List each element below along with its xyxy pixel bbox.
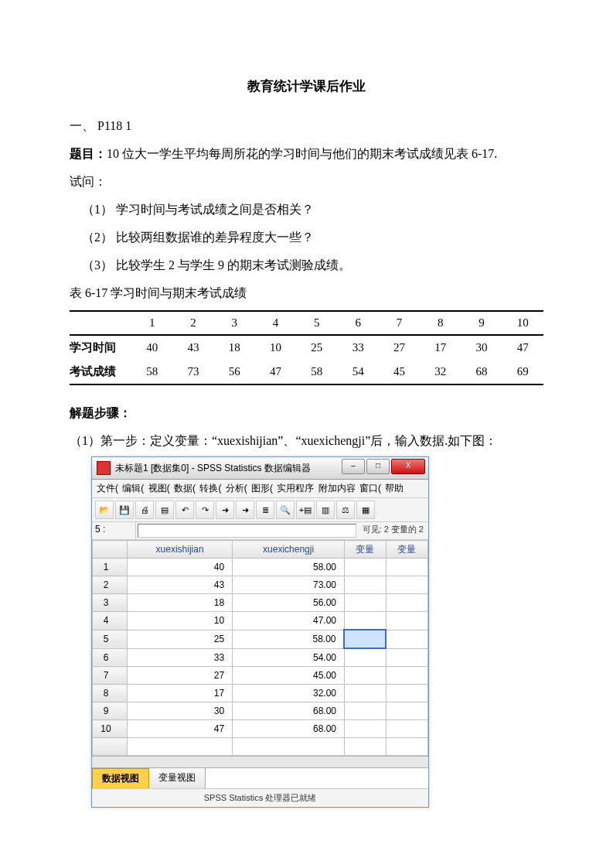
table-caption: 表 6-17 学习时间与期末考试成绩 [70,281,543,306]
minimize-button[interactable]: – [342,459,365,474]
topic-line: 题目：10 位大一学生平均每周所花的学习时间与他们的期末考试成绩见表 6-17. [70,142,543,166]
table-row: 31856.00 [93,594,428,612]
grid-corner [93,541,128,559]
menu-graphs[interactable]: 图形( [251,483,273,494]
close-button[interactable]: X [391,459,425,474]
menu-analyze[interactable]: 分析( [226,483,247,494]
steps-label: 解题步骤： [70,401,543,425]
question-intro: 试问： [70,169,543,194]
tab-variable-view[interactable]: 变量视图 [149,768,206,788]
page-title: 教育统计学课后作业 [70,77,543,95]
toolbar: 📂 💾 🖨 ▤ ↶ ↷ ➜ ➜ ≣ 🔍 +▤ ▥ ⚖ ▦ [92,498,428,522]
menu-utilities[interactable]: 实用程序 [277,483,314,494]
split-icon[interactable]: ▥ [316,501,335,519]
question-2: （2） 比较两组数据谁的差异程度大一些？ [70,225,543,250]
row-label-score: 考试成绩 [70,360,131,384]
maximize-button[interactable]: □ [366,459,390,474]
table-row: 14058.00 [93,559,428,576]
question-1: （1） 学习时间与考试成绩之间是否相关？ [70,197,543,222]
statusbar: SPSS Statistics 处理器已就绪 [92,788,428,807]
open-icon[interactable]: 📂 [95,501,114,519]
visible-vars-info: 可见: 2 变量的 2 [358,522,428,539]
tab-data-view[interactable]: 数据视图 [92,768,149,788]
menu-file[interactable]: 文件( [97,483,118,494]
menu-view[interactable]: 视图( [148,483,170,494]
save-icon[interactable]: 💾 [115,501,134,519]
menu-transform[interactable]: 转换( [199,483,221,494]
print-icon[interactable]: 🖨 [135,501,154,519]
undo-icon[interactable]: ↶ [175,501,194,519]
data-grid[interactable]: xuexishijian xuexichengji 变量 变量 14058.00… [92,540,428,756]
menu-edit[interactable]: 编辑( [122,483,144,494]
cell-address: 5 : [92,522,136,539]
menu-data[interactable]: 数据( [174,483,196,494]
weight-icon[interactable]: ⚖ [336,501,355,519]
goto-icon[interactable]: ➜ [216,501,234,519]
step-1: （1）第一步：定义变量：“xuexishijian”、“xuexichengji… [70,429,543,453]
redo-icon[interactable]: ↷ [196,501,214,519]
table-row: 24373.00 [93,576,428,594]
menu-window[interactable]: 窗口( [359,483,381,494]
app-icon [97,461,111,475]
titlebar[interactable]: 未标题1 [数据集0] - SPSS Statistics 数据编辑器 – □ … [92,457,428,480]
col-empty-2[interactable]: 变量 [386,541,427,559]
menu-addons[interactable]: 附加内容 [318,483,356,494]
horizontal-scrollbar[interactable] [92,756,428,767]
table-row [93,738,428,756]
menu-help[interactable]: 帮助 [385,483,404,494]
table-row: 72745.00 [93,667,428,685]
section-label: 一、 P118 1 [70,114,543,138]
study-table: 12345678910 学习时间 40431810253327173047 考试… [70,310,543,385]
table-row: 41047.00 [93,612,428,630]
menubar[interactable]: 文件( 编辑( 视图( 数据( 转换( 分析( 图形( 实用程序 附加内容 窗口… [92,480,428,498]
variables-icon[interactable]: ≣ [256,501,274,519]
topic-label: 题目： [70,147,107,160]
topic-text: 10 位大一学生平均每周所花的学习时间与他们的期末考试成绩见表 6-17. [107,147,497,160]
dialog-icon[interactable]: ▤ [155,501,174,519]
spss-window: 未标题1 [数据集0] - SPSS Statistics 数据编辑器 – □ … [91,456,429,808]
find-icon[interactable]: 🔍 [276,501,295,519]
col-xuexichengji[interactable]: xuexichengji [233,541,345,559]
question-3: （3） 比较学生 2 与学生 9 的期末考试测验成绩。 [70,253,543,278]
table-row: 81732.00 [93,685,428,702]
table-row: 63354.00 [93,648,428,667]
table-row: 52558.00 [93,630,428,648]
row-label-time: 学习时间 [70,335,131,360]
window-title: 未标题1 [数据集0] - SPSS Statistics 数据编辑器 [115,462,311,475]
table-row: 104768.00 [93,720,428,738]
col-xuexishijian[interactable]: xuexishijian [128,541,233,559]
cell-value-input[interactable] [138,524,356,538]
select-icon[interactable]: ▦ [356,501,375,519]
insert-icon[interactable]: +▤ [296,501,315,519]
selected-cell[interactable] [344,630,386,648]
col-empty-1[interactable]: 变量 [344,541,386,559]
goto-var-icon[interactable]: ➜ [236,501,254,519]
table-row: 93068.00 [93,702,428,720]
